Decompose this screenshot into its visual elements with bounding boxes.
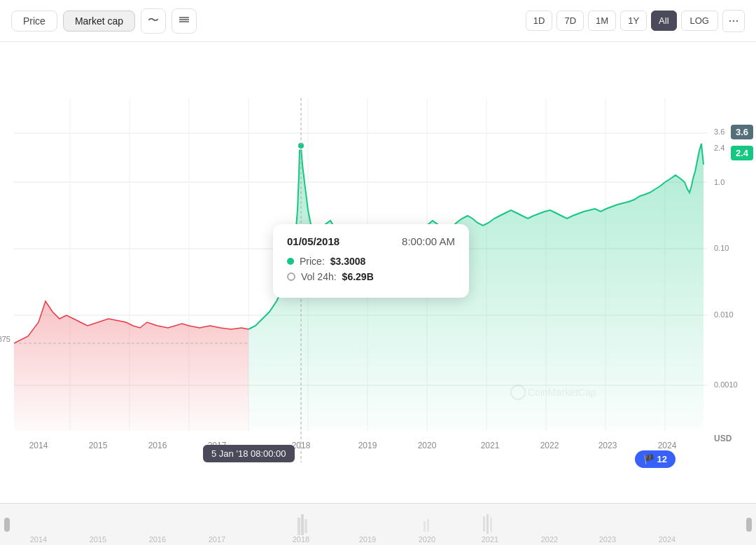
- tooltip-price-label: Price:: [300, 256, 325, 267]
- svg-text:2023: 2023: [599, 535, 616, 544]
- svg-text:2024: 2024: [659, 535, 676, 544]
- price-tab[interactable]: Price: [11, 11, 57, 32]
- price-badge-high: 3.6: [731, 125, 753, 139]
- svg-text:2019: 2019: [358, 441, 377, 450]
- svg-text:2015: 2015: [90, 535, 106, 544]
- svg-text:2016: 2016: [149, 535, 166, 544]
- flag-count: 12: [657, 454, 667, 464]
- flag-icon: 🏴: [643, 454, 654, 464]
- price-indicator-dot: [287, 258, 294, 265]
- svg-rect-50: [490, 518, 492, 532]
- line-chart-icon: 〜: [148, 13, 159, 28]
- compare-icon: [178, 13, 190, 29]
- svg-text:2015: 2015: [89, 441, 108, 450]
- svg-text:0.10: 0.10: [714, 244, 729, 252]
- svg-text:2022: 2022: [541, 535, 558, 544]
- svg-rect-43: [298, 518, 300, 535]
- svg-rect-44: [301, 514, 304, 535]
- svg-text:2023: 2023: [598, 441, 617, 450]
- price-badge-current: 2.4: [731, 146, 753, 160]
- scroll-area[interactable]: 2014 2015 2016 2017 2018 2019 2020 2021 …: [0, 503, 756, 545]
- tooltip-header: 01/05/2018 8:00:00 AM: [287, 235, 455, 247]
- tooltip-vol-value: $6.29B: [342, 271, 374, 282]
- vol-indicator-dot: [287, 272, 295, 281]
- svg-text:2020: 2020: [419, 535, 435, 544]
- tooltip-vol-row: Vol 24h: $6.29B: [287, 271, 455, 282]
- market-cap-tab[interactable]: Market cap: [63, 11, 135, 32]
- svg-text:2014: 2014: [30, 535, 47, 544]
- svg-rect-47: [427, 519, 429, 532]
- 1y-button[interactable]: 1Y: [620, 11, 647, 31]
- svg-text:2.4: 2.4: [714, 144, 724, 152]
- more-button[interactable]: ···: [722, 10, 745, 32]
- compare-button[interactable]: [172, 8, 197, 34]
- scroll-handle-left[interactable]: [4, 518, 10, 532]
- chart-area: 0.005875 CoinMarketCap USD 3.6 2.4 1.0 0…: [0, 42, 756, 497]
- svg-text:2022: 2022: [540, 441, 559, 450]
- scroll-handle-right[interactable]: [746, 518, 752, 532]
- svg-text:2018: 2018: [293, 535, 309, 544]
- svg-text:0.010: 0.010: [714, 310, 734, 319]
- mini-chart-svg: 2014 2015 2016 2017 2018 2019 2020 2021 …: [0, 504, 756, 545]
- all-button[interactable]: All: [651, 11, 676, 31]
- log-button[interactable]: LOG: [681, 11, 718, 31]
- 1m-button[interactable]: 1M: [588, 11, 616, 31]
- svg-text:2019: 2019: [359, 535, 376, 544]
- flag-badge[interactable]: 🏴 12: [635, 450, 676, 468]
- svg-text:2021: 2021: [482, 535, 498, 544]
- svg-rect-49: [486, 514, 489, 534]
- right-controls: 1D 7D 1M 1Y All LOG ···: [526, 10, 745, 32]
- 1d-button[interactable]: 1D: [526, 11, 553, 31]
- line-chart-button[interactable]: 〜: [141, 8, 166, 34]
- tooltip-price-row: Price: $3.3008: [287, 256, 455, 267]
- svg-text:2024: 2024: [658, 441, 677, 450]
- svg-rect-46: [424, 521, 426, 532]
- svg-text:2014: 2014: [29, 441, 48, 450]
- svg-text:2021: 2021: [481, 441, 500, 450]
- svg-text:3.6: 3.6: [714, 127, 724, 136]
- svg-text:2018: 2018: [292, 441, 311, 450]
- svg-text:0.0010: 0.0010: [714, 380, 738, 389]
- tooltip-date: 01/05/2018: [287, 235, 340, 247]
- bottom-date-tooltip: 5 Jan '18 08:00:00: [203, 445, 295, 462]
- svg-text:2020: 2020: [418, 441, 437, 450]
- svg-rect-45: [304, 519, 307, 533]
- chart-tooltip: 01/05/2018 8:00:00 AM Price: $3.3008 Vol…: [273, 224, 469, 298]
- svg-text:1.0: 1.0: [714, 178, 724, 186]
- left-controls: Price Market cap 〜: [11, 8, 197, 34]
- tooltip-vol-label: Vol 24h:: [301, 271, 337, 282]
- top-bar: Price Market cap 〜 1D 7D 1M 1Y All LOG ·…: [0, 0, 756, 42]
- svg-text:2017: 2017: [209, 535, 225, 544]
- tooltip-price-value: $3.3008: [330, 256, 366, 267]
- svg-text:CoinMarketCap: CoinMarketCap: [528, 387, 596, 398]
- svg-text:0.005875: 0.005875: [0, 335, 10, 343]
- svg-text:2016: 2016: [148, 441, 167, 450]
- tooltip-time: 8:00:00 AM: [402, 235, 455, 247]
- svg-rect-48: [483, 516, 485, 532]
- 7d-button[interactable]: 7D: [556, 11, 584, 31]
- svg-text:USD: USD: [714, 434, 732, 443]
